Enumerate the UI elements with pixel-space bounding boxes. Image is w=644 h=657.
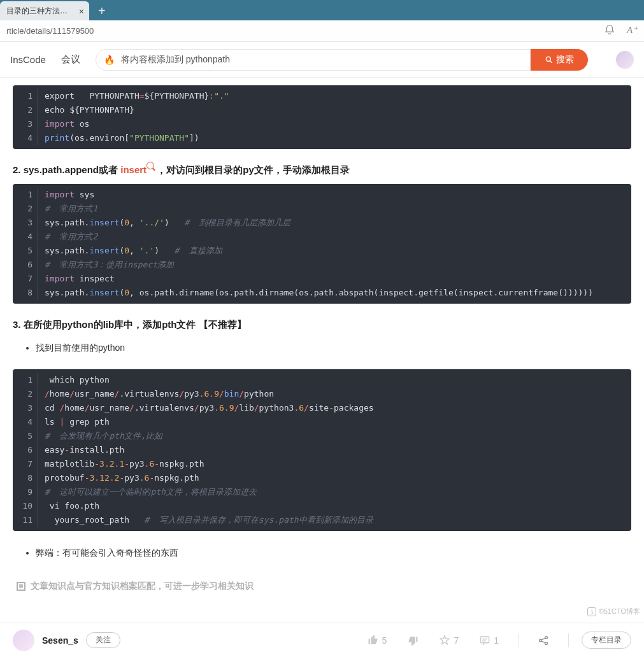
notifications-icon[interactable] xyxy=(604,24,615,38)
code-line: 5# 会发现有几个pth文件,比如 xyxy=(13,429,631,443)
code-line: 3sys.path.insert(0, '../') # 到根目录有几层添加几层 xyxy=(13,216,631,230)
code-line: 4ls | grep pth xyxy=(13,415,631,429)
code-text: ls | grep pth xyxy=(45,415,110,429)
code-text: export PYTHONPATH=${PYTHONPATH}:"." xyxy=(45,89,229,103)
code-line: 7import inspect xyxy=(13,272,631,286)
code-text: vi foo.pth xyxy=(45,499,99,513)
bullet-list-2: 弊端：有可能会引入奇奇怪怪的东西 xyxy=(13,546,631,560)
code-text: import inspect xyxy=(45,272,115,286)
code-text: easy-install.pth xyxy=(45,443,124,457)
line-number: 10 xyxy=(13,499,38,513)
code-text: # 会发现有几个pth文件,比如 xyxy=(45,429,162,443)
code-line: 8sys.path.insert(0, os.path.dirname(os.p… xyxy=(13,286,631,304)
line-number: 5 xyxy=(13,244,38,258)
line-number: 6 xyxy=(13,258,38,272)
reader-mode-icon[interactable]: A⁺ xyxy=(627,24,638,38)
code-line: 11 yours_root_path # 写入根目录并保存，即可在sys.pat… xyxy=(13,513,631,531)
browser-tab-strip: 目录的三种方法_余 × + xyxy=(0,0,644,20)
code-text: # 常用方式1 xyxy=(45,202,97,216)
line-number: 9 xyxy=(13,485,38,499)
code-line: 4# 常用方式2 xyxy=(13,230,631,244)
search-box[interactable]: 🔥 xyxy=(96,49,531,71)
line-number: 3 xyxy=(13,216,38,230)
nav-meeting[interactable]: 会议 xyxy=(61,53,80,66)
code-line: 3import os xyxy=(13,117,631,131)
line-number: 8 xyxy=(13,286,38,300)
tab-title: 目录的三种方法_余 xyxy=(6,6,71,17)
insert-link[interactable]: insert xyxy=(120,164,154,175)
article-content: 1export PYTHONPATH=${PYTHONPATH}:"."2ech… xyxy=(0,85,644,630)
line-number: 7 xyxy=(13,457,38,471)
code-line: 9# 这时可以建立一个临时的pth文件，将根目录添加进去 xyxy=(13,485,631,499)
code-line: 2echo ${PYTHONPATH} xyxy=(13,103,631,117)
code-line: 2# 常用方式1 xyxy=(13,202,631,216)
code-block-1[interactable]: 1export PYTHONPATH=${PYTHONPATH}:"."2ech… xyxy=(13,85,631,149)
heading-3: 3. 在所使用python的lib库中，添加pth文件 【不推荐】 xyxy=(13,319,631,331)
code-text: echo ${PYTHONPATH} xyxy=(45,103,134,117)
line-number: 2 xyxy=(13,103,38,117)
code-block-3[interactable]: 1 which python2/home/usr_name/.virtualen… xyxy=(13,369,631,531)
new-tab-button[interactable]: + xyxy=(89,1,115,20)
search-input[interactable] xyxy=(120,54,522,66)
bullet-list-1: 找到目前使用的python xyxy=(13,341,631,355)
code-line: 5sys.path.insert(0, '.') # 直接添加 xyxy=(13,244,631,258)
line-number: 7 xyxy=(13,272,38,286)
code-line: 2/home/usr_name/.virtualenvs/py3.6.9/bin… xyxy=(13,387,631,401)
line-number: 5 xyxy=(13,429,38,443)
svg-line-1 xyxy=(550,60,552,62)
close-icon: × xyxy=(79,6,84,17)
code-text: print(os.environ["PYTHONPATH"]) xyxy=(45,131,199,145)
list-item: 弊端：有可能会引入奇奇怪怪的东西 xyxy=(36,546,631,560)
nav-inscode[interactable]: InsCode xyxy=(10,54,46,65)
line-number: 1 xyxy=(13,373,38,387)
code-text: protobuf-3.12.2-py3.6-nspkg.pth xyxy=(45,471,199,485)
code-text: /home/usr_name/.virtualenvs/py3.6.9/bin/… xyxy=(45,387,274,401)
watermark: ©51CTO博客 xyxy=(587,607,640,616)
code-block-2[interactable]: 1import sys2# 常用方式13sys.path.insert(0, '… xyxy=(13,184,631,304)
search-icon xyxy=(147,162,154,169)
browser-tab[interactable]: 目录的三种方法_余 × xyxy=(0,1,89,20)
code-text: # 常用方式2 xyxy=(45,230,97,244)
line-number: 3 xyxy=(13,401,38,415)
code-text: import sys xyxy=(45,188,94,202)
user-avatar[interactable] xyxy=(616,51,634,69)
heading-2: 2. sys.path.append或者 insert ，对访问到根目录的py文… xyxy=(13,164,631,176)
line-number: 1 xyxy=(13,188,38,202)
code-text: import os xyxy=(45,117,89,131)
search-icon xyxy=(545,55,554,64)
list-item: 找到目前使用的python xyxy=(36,341,631,355)
code-line: 8protobuf-3.12.2-py3.6-nspkg.pth xyxy=(13,471,631,485)
code-line: 6# 常用方式3：使用inspect添加 xyxy=(13,258,631,272)
line-number: 6 xyxy=(13,443,38,457)
code-text: # 常用方式3：使用inspect添加 xyxy=(45,258,174,272)
code-line: 1 which python xyxy=(13,369,631,387)
line-number: 1 xyxy=(13,89,38,103)
line-number: 4 xyxy=(13,131,38,145)
code-text: yours_root_path # 写入根目录并保存，即可在sys.path中看… xyxy=(45,513,373,527)
code-text: sys.path.insert(0, '.') # 直接添加 xyxy=(45,244,222,258)
svg-point-0 xyxy=(546,57,550,61)
line-number: 4 xyxy=(13,415,38,429)
author-bar: Sesen_s 关注 5 7 1 专栏目录 xyxy=(0,623,644,630)
url-text[interactable]: rticle/details/111579500 xyxy=(6,26,94,36)
code-text: sys.path.insert(0, '../') # 到根目录有几层添加几层 xyxy=(45,216,290,230)
watermark-logo-icon xyxy=(587,607,596,616)
code-line: 10 vi foo.pth xyxy=(13,499,631,513)
line-number: 8 xyxy=(13,471,38,485)
search-button[interactable]: 搜索 xyxy=(531,49,588,71)
site-nav: InsCode 会议 🔥 搜索 xyxy=(0,42,644,78)
code-line: 1import sys xyxy=(13,184,631,202)
code-line: 6easy-install.pth xyxy=(13,443,631,457)
flame-icon: 🔥 xyxy=(104,55,115,65)
code-text: matplotlib-3.2.1-py3.6-nspkg.pth xyxy=(45,457,204,471)
line-number: 2 xyxy=(13,387,38,401)
search-container: 🔥 搜索 xyxy=(96,49,588,71)
line-number: 4 xyxy=(13,230,38,244)
code-text: which python xyxy=(45,373,110,387)
code-line: 1export PYTHONPATH=${PYTHONPATH}:"." xyxy=(13,85,631,103)
tab-close-button[interactable]: × xyxy=(79,6,84,17)
knowledge-match-row[interactable]: 文章知识点与官方知识档案匹配，可进一步学习相关知识 xyxy=(13,574,631,630)
code-text: cd /home/usr_name/.virtualenvs/py3.6.9/l… xyxy=(45,401,374,415)
line-number: 2 xyxy=(13,202,38,216)
author-avatar[interactable] xyxy=(13,630,34,631)
